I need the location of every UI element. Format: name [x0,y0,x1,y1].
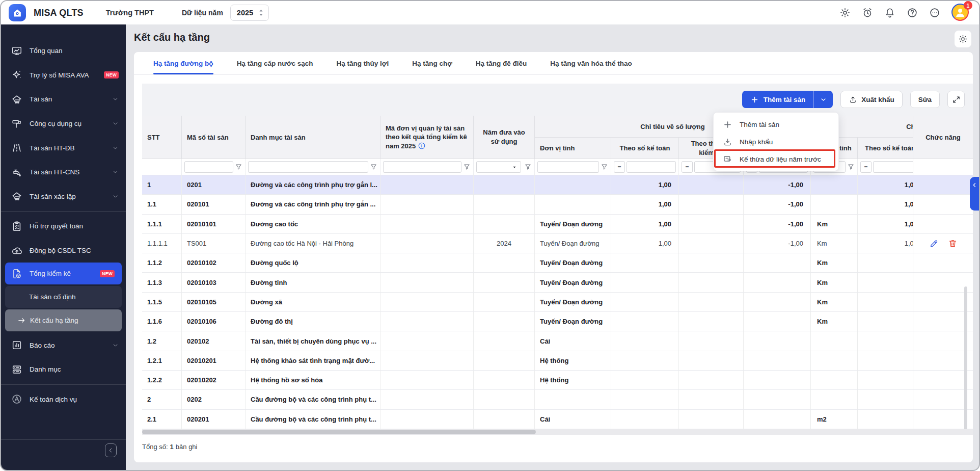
export-button[interactable]: Xuất khẩu [840,91,903,108]
table-row[interactable]: 1.1.5 02010105 Đường xã Tuyến/ Đoạn đườn… [142,293,973,312]
col-header-by-accounting[interactable]: Theo số kế toán [611,138,679,159]
tab[interactable]: Hạ tầng đường bộ [153,52,213,74]
col-header-stt[interactable]: STT [142,116,182,159]
col-header-unit[interactable]: Đơn vị tính [535,138,611,159]
spinner-arrows-icon[interactable] [258,8,264,17]
settings-icon[interactable] [839,7,851,18]
edit-button[interactable]: Sửa [910,91,940,108]
page-settings-button[interactable] [955,31,971,47]
table-row[interactable]: 1.1 020101 Đường và các công trình phụ t… [142,195,973,214]
sidebar-item-cong-cu-dung-cu[interactable]: Công cụ dụng cụ [1,112,126,136]
horizontal-scrollbar-thumb[interactable] [142,430,536,434]
tab[interactable]: Hạ tầng văn hóa thể thao [550,52,632,74]
dashboard-icon [11,45,22,57]
delete-row-icon[interactable] [948,239,958,248]
table-row[interactable]: 1.2.2 02010202 Hệ thống hồ sơ số hóa Hệ … [142,371,973,390]
col-header-code[interactable]: Mã số tài sản [182,116,246,159]
vertical-scrollbar[interactable] [964,286,967,429]
notifications-bell-icon[interactable] [884,7,895,18]
tab[interactable]: Hạ tầng chợ [412,52,452,74]
sidebar-subitem-tai-san-co-dinh[interactable]: Tài sản cố định [5,286,122,308]
sidebar-item-tong-quan[interactable]: Tổng quan [1,39,126,63]
filter-by-accounting-input[interactable] [627,161,676,173]
content-card: Hạ tầng đường bộ Hạ tầng cấp nước sạch H… [134,52,973,462]
filter-row: = = = = [142,159,973,175]
help-icon[interactable] [907,7,918,18]
table-row[interactable]: 1.1.1 02010101 Đường cao tốc Tuyến/ Đoạn… [142,215,973,234]
tab[interactable]: Hạ tầng cấp nước sạch [237,52,313,74]
table-row[interactable]: 1 0201 Đường và các công trình phụ trợ g… [142,175,973,195]
sidebar-item-tong-kiem-ke[interactable]: Tổng kiểm kê NEW [5,263,122,284]
menu-item-nhap-khau[interactable]: Nhập khẩu [714,133,838,150]
horizontal-scrollbar[interactable] [142,429,973,435]
filter-funnel-icon[interactable] [235,163,242,171]
sidebar-item-bao-cao[interactable]: Báo cáo [1,333,126,357]
col-header-unit-code[interactable]: Mã đơn vị quản lý tài sản theo kết quả t… [380,116,474,159]
organization-name[interactable]: Trường THPT [106,9,154,17]
inherit-data-icon [723,154,732,164]
fullscreen-button[interactable] [947,91,965,108]
plus-icon [750,95,759,104]
table-row[interactable]: 2 0202 Cầu đường bộ và các công trình ph… [142,390,973,409]
info-icon[interactable] [418,142,426,150]
topbar-icons: 1 [839,4,979,22]
user-avatar[interactable]: 1 [951,4,970,22]
actions-cell [913,234,973,253]
menu-item-them-tai-san[interactable]: Thêm tài sản [714,116,838,133]
filter-funnel-icon[interactable] [524,163,532,171]
sidebar-subitem-ket-cau-ha-tang[interactable]: Kết cấu hạ tầng [5,309,122,331]
table-row[interactable]: 1.1.2 02010102 Đường quốc lộ Tuyến/ Đoạn… [142,253,973,273]
filter-category-input[interactable] [248,161,368,173]
filter-operator[interactable]: = [682,161,693,173]
toolbar: Thêm tài sản Xuất khẩu Sửa [742,91,965,108]
year-value: 2025 [237,9,258,17]
col-header-category[interactable]: Danh mục tài sản [246,116,380,159]
sidebar-item-tai-san-xac-lap[interactable]: Tài sản xác lập [1,185,126,209]
filter-funnel-icon[interactable] [463,163,471,171]
road-icon [11,142,22,153]
page-title: Kết cấu hạ tầng [134,32,210,43]
add-asset-dropdown-button[interactable] [813,91,833,108]
sidebar-item-ke-toan-dich-vu[interactable]: Kế toán dịch vụ [1,387,126,412]
side-panel-toggle[interactable] [970,177,979,211]
filter-category [246,159,380,175]
sidebar-item-tai-san[interactable]: Tài sản [1,87,126,112]
sidebar-item-ho-tro-quyet-toan[interactable]: Hỗ trợ quyết toán [1,214,126,239]
table-row[interactable]: 1.1.1.1 TS001 Đường cao tốc Hà Nội - Hải… [142,234,973,253]
year-spinner[interactable]: 2025 [230,5,269,21]
sidebar-item-dong-bo-csdl-tsc[interactable]: Đồng bộ CSDL TSC [1,239,126,263]
edit-row-icon[interactable] [929,239,939,248]
filter-funnel-icon[interactable] [370,163,377,171]
add-asset-button[interactable]: Thêm tài sản [742,91,814,108]
more-options-icon[interactable] [929,7,940,18]
filter-operator[interactable]: = [614,161,625,173]
table-row[interactable]: 1.1.6 02010106 Đường đô thị Tuyến/ Đoạn … [142,312,973,331]
sidebar-item-tai-san-ht-db[interactable]: Tài sản HT-ĐB [1,136,126,160]
table-row[interactable]: 2.1 020201 Cầu đường bộ và các công trìn… [142,410,973,429]
sidebar-collapse-button[interactable] [105,443,117,457]
plus-icon [723,120,732,129]
table-header: STT Mã số tài sản Danh mục tài sản Mã đơ… [142,116,973,159]
sidebar-item-tai-san-ht-cns[interactable]: Tài sản HT-CNS [1,160,126,185]
table-row[interactable]: 1.2 020102 Tài sản, thiết bị chuyên dùng… [142,331,973,351]
table-row[interactable]: 1.1.3 02010103 Đường tỉnh Tuyến/ Đoạn đư… [142,273,973,292]
filter-unit-input[interactable] [537,161,599,173]
tab[interactable]: Hạ tầng thủy lợi [337,52,389,74]
filter-operator[interactable]: = [860,161,872,173]
sidebar-item-danh-muc[interactable]: Danh mục [1,357,126,382]
filter-unit-code-input[interactable] [383,161,461,173]
caret-down-icon[interactable] [511,164,518,170]
sidebar-item-misa-ava[interactable]: Trợ lý số MISA AVA NEW [1,63,126,88]
misa-logo-icon[interactable] [9,4,26,21]
topbar: MISA QLTS Trường THPT Dữ liệu năm 2025 [1,1,979,24]
table-row[interactable]: 1.2.1 02010201 Hệ thống khảo sát tình tr… [142,351,973,371]
filter-funnel-icon[interactable] [847,163,855,171]
filter-actions [913,159,973,175]
filter-code-input[interactable] [184,161,233,173]
reminder-clock-icon[interactable] [862,7,873,18]
tab[interactable]: Hạ tầng đê điều [476,52,527,74]
col-header-year-used[interactable]: Năm đưa vào sử dụng [474,116,535,159]
filter-funnel-icon[interactable] [601,163,608,171]
menu-item-ke-thua-du-lieu[interactable]: Kế thừa dữ liệu năm trước [714,150,838,168]
app-name: MISA QLTS [34,8,84,18]
